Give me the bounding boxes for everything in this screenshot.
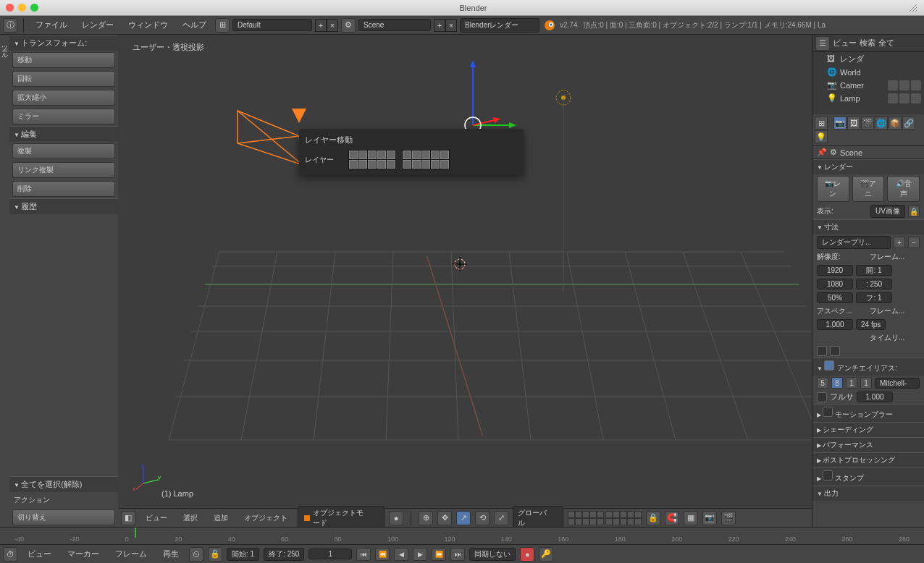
select-menu[interactable]: 選択: [177, 513, 203, 523]
view-menu[interactable]: ビュー: [140, 513, 173, 523]
layout-icon[interactable]: ⊞: [215, 18, 230, 33]
tab-data-icon[interactable]: 💡: [815, 130, 828, 143]
crop-check[interactable]: [830, 346, 840, 356]
tl-play[interactable]: 再生: [157, 549, 185, 559]
motion-header[interactable]: モーションブラー: [812, 404, 924, 422]
start-frame-field[interactable]: 開始: 1: [227, 548, 259, 561]
output-header[interactable]: 出力: [812, 486, 924, 501]
filter-size-input[interactable]: [857, 391, 893, 402]
rotate-button[interactable]: 回転: [12, 71, 115, 87]
prev-key-icon[interactable]: ⏪: [375, 548, 390, 561]
scene-icon[interactable]: ⚙: [341, 18, 356, 33]
outliner-item-world[interactable]: 🌐World: [812, 66, 924, 79]
frame-end-input[interactable]: [856, 279, 892, 289]
render-opengl-icon[interactable]: 📷: [702, 511, 717, 525]
tab-tools[interactable]: ツール: [0, 38, 9, 524]
scene-add[interactable]: +: [434, 19, 445, 32]
outliner-view[interactable]: ビュー: [833, 38, 857, 48]
object-menu[interactable]: オブジェクト: [238, 513, 293, 523]
translate-button[interactable]: 移動: [12, 52, 115, 68]
res-y-input[interactable]: [817, 279, 853, 289]
aa-toggle[interactable]: [824, 360, 834, 371]
fps-select[interactable]: 24 fps: [856, 319, 886, 330]
layout-select[interactable]: Default: [232, 19, 312, 31]
props-type-icon[interactable]: ⊞: [815, 117, 828, 130]
preset-remove[interactable]: −: [908, 237, 920, 248]
add-menu[interactable]: 追加: [208, 513, 234, 523]
snap-icon[interactable]: 🧲: [665, 511, 679, 525]
aa-16[interactable]: 1: [860, 377, 872, 389]
aa-5[interactable]: 5: [817, 377, 828, 389]
maximize-icon[interactable]: [30, 4, 38, 12]
mirror-button[interactable]: ミラー: [12, 109, 115, 124]
tab-render-icon[interactable]: 📷: [833, 117, 847, 130]
layout-remove[interactable]: ×: [327, 19, 338, 32]
snap-type-icon[interactable]: ▦: [684, 511, 698, 525]
frame-step-input[interactable]: [856, 292, 892, 303]
select-all-header[interactable]: 全てを選択(解除): [9, 476, 118, 492]
auto-key-icon[interactable]: ●: [520, 547, 534, 562]
outliner-search[interactable]: 検索: [860, 38, 875, 48]
tab-object-icon[interactable]: 📦: [889, 117, 902, 130]
manip-scale-icon[interactable]: ⤢: [494, 511, 508, 525]
sync-select[interactable]: 同期しない: [469, 548, 516, 561]
edit-header[interactable]: 編集: [9, 126, 118, 142]
scene-select[interactable]: Scene: [358, 19, 431, 31]
render-button[interactable]: 📷レン: [817, 176, 849, 202]
editor-type-icon[interactable]: ◧: [121, 511, 135, 525]
manipulator-icon[interactable]: ✥: [437, 511, 452, 525]
render-header[interactable]: レンダー: [812, 159, 924, 174]
aa-11[interactable]: 1: [846, 377, 857, 389]
jump-end-icon[interactable]: ⏭: [450, 548, 465, 561]
fullsample-check[interactable]: [817, 392, 827, 402]
cursor-icon[interactable]: [899, 80, 910, 90]
post-header[interactable]: ポストプロセッシング: [812, 452, 924, 467]
outliner-all[interactable]: 全て: [878, 38, 894, 48]
timeline-type-icon[interactable]: ⏱: [3, 547, 17, 562]
minimize-icon[interactable]: [18, 4, 26, 12]
tab-world-icon[interactable]: 🌐: [875, 117, 888, 130]
timeline-cursor[interactable]: [135, 528, 136, 538]
timeline-ruler[interactable]: -40-200204060801001201401601802002202402…: [0, 527, 924, 544]
lamp-object[interactable]: [553, 89, 581, 306]
tab-scene-icon[interactable]: 🎬: [861, 117, 874, 130]
res-x-input[interactable]: [817, 265, 853, 276]
keying-set-icon[interactable]: 🔑: [539, 547, 553, 562]
scale-button[interactable]: 拡大縮小: [12, 90, 115, 106]
current-frame-field[interactable]: 1: [308, 549, 352, 559]
manip-rotate-icon[interactable]: ⟲: [475, 511, 490, 525]
duplicate-button[interactable]: 複製: [12, 143, 115, 159]
play-reverse-icon[interactable]: ◀: [394, 548, 408, 561]
viewport-3d[interactable]: ユーザー・透視投影: [118, 35, 812, 527]
preset-add[interactable]: +: [894, 237, 905, 248]
menu-file[interactable]: ファイル: [30, 20, 73, 30]
tl-marker[interactable]: マーカー: [62, 549, 105, 559]
anim-button[interactable]: 🎬アニ: [852, 176, 885, 202]
layout-add[interactable]: +: [315, 19, 327, 32]
display-select[interactable]: UV画像: [870, 205, 905, 218]
engine-select[interactable]: Blenderレンダー: [460, 18, 539, 33]
end-frame-field[interactable]: 終了: 250: [264, 548, 304, 561]
delete-button[interactable]: 削除: [12, 181, 115, 197]
shading-solid-icon[interactable]: ●: [389, 511, 403, 525]
pin-icon[interactable]: 📌: [817, 148, 827, 157]
close-icon[interactable]: [6, 4, 14, 12]
eye-icon[interactable]: [888, 80, 898, 90]
info-icon[interactable]: ⓘ: [3, 18, 17, 33]
tab-constraints-icon[interactable]: 🔗: [902, 117, 915, 130]
render-toggle-icon[interactable]: [911, 80, 921, 90]
scene-remove[interactable]: ×: [445, 19, 457, 32]
render-anim-icon[interactable]: 🎬: [721, 511, 736, 525]
aa-8[interactable]: 8: [831, 377, 843, 389]
outliner-type-icon[interactable]: ☰: [815, 36, 830, 51]
history-header[interactable]: 履歴: [9, 198, 118, 214]
outliner-item-lamp[interactable]: 💡Lamp: [812, 92, 924, 105]
frame-start-input[interactable]: [856, 265, 892, 276]
perf-header[interactable]: パフォーマンス: [812, 437, 924, 452]
pivot-icon[interactable]: ⊕: [419, 511, 433, 525]
lock-camera-icon[interactable]: 🔒: [646, 511, 660, 525]
duplicate-linked-button[interactable]: リンク複製: [12, 162, 115, 178]
tab-layers-icon[interactable]: 🖼: [847, 117, 860, 130]
lock-range-icon[interactable]: 🔒: [208, 547, 222, 562]
manip-translate-icon[interactable]: ↗: [456, 511, 471, 525]
